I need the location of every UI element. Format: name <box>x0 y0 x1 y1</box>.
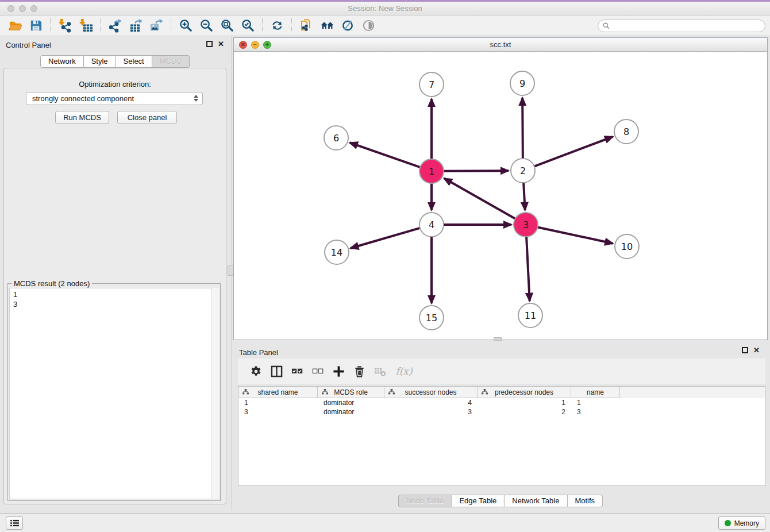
column-header-shared-name[interactable]: shared name <box>238 387 318 398</box>
edge-3-10[interactable] <box>538 227 613 243</box>
edge-3-11[interactable] <box>526 237 530 301</box>
table-cell[interactable]: 3 <box>238 407 318 417</box>
deselect-all-button[interactable] <box>309 363 326 379</box>
apply-layout-button[interactable] <box>267 17 287 34</box>
delete-table-button <box>371 363 388 379</box>
toolbar-separator <box>100 18 101 33</box>
control-panel-header: Control Panel ✕ <box>0 36 230 53</box>
table-cell[interactable]: 3 <box>384 407 478 417</box>
close-panel-button[interactable]: Close panel <box>117 111 177 124</box>
mcds-result-legend: MCDS result (2 nodes) <box>11 279 92 288</box>
edge-2-8[interactable] <box>534 137 613 167</box>
export-image-button[interactable] <box>146 17 167 34</box>
table-cell[interactable]: 3 <box>571 407 620 417</box>
add-row-icon <box>333 365 345 377</box>
delete-table-icon <box>374 365 386 377</box>
tab-network[interactable]: Network <box>40 55 84 68</box>
show-panels-button[interactable] <box>6 516 23 530</box>
zoom-out-button[interactable] <box>196 17 217 34</box>
edge-4-14[interactable] <box>351 228 420 248</box>
edge-3-1[interactable] <box>444 178 515 218</box>
node-15[interactable]: 15 <box>419 306 444 330</box>
search-field[interactable] <box>598 20 765 32</box>
zoom-fit-button[interactable] <box>217 17 237 34</box>
node-14[interactable]: 14 <box>325 240 349 264</box>
edge-1-6[interactable] <box>350 142 421 167</box>
criterion-select[interactable]: strongly connected component <box>26 92 203 105</box>
table-tab-network-table[interactable]: Network Table <box>505 495 567 507</box>
edge-2-9[interactable] <box>522 98 523 159</box>
tab-mcds[interactable]: MCDS <box>152 55 190 68</box>
node-1[interactable]: 1 <box>419 159 444 183</box>
node-6[interactable]: 6 <box>324 126 348 150</box>
float-panel-icon[interactable] <box>206 41 213 47</box>
delete-row-button[interactable] <box>351 363 368 379</box>
node-9[interactable]: 9 <box>510 71 534 95</box>
node-label: 10 <box>621 241 633 252</box>
table-tab-node-table[interactable]: Node Table <box>398 495 452 507</box>
close-panel-icon[interactable]: ✕ <box>218 41 224 47</box>
export-table-button[interactable] <box>125 17 146 34</box>
save-session-button[interactable] <box>25 17 46 34</box>
node-3[interactable]: 3 <box>514 213 538 237</box>
window-titlebar[interactable]: Session: New Session <box>0 2 770 16</box>
edge-2-3[interactable] <box>523 183 525 210</box>
zoom-out-icon <box>199 18 214 33</box>
network-canvas[interactable]: 7968124314101511 <box>234 52 767 340</box>
column-header-name[interactable]: name <box>571 387 620 398</box>
node-2[interactable]: 2 <box>511 159 535 183</box>
control-panel-tabs: NetworkStyleSelectMCDS <box>40 55 190 68</box>
zoom-selected-icon <box>241 18 255 33</box>
network-graph[interactable]: 7968124314101511 <box>234 52 767 340</box>
tab-select[interactable]: Select <box>116 55 152 68</box>
table-cell[interactable]: 4 <box>384 398 478 407</box>
node-8[interactable]: 8 <box>614 119 638 144</box>
export-network-button[interactable] <box>105 17 125 34</box>
table-tab-motifs[interactable]: Motifs <box>567 495 603 507</box>
columns-button[interactable] <box>268 363 285 379</box>
float-table-panel-icon[interactable] <box>742 347 748 353</box>
close-table-panel-icon[interactable]: ✕ <box>753 347 760 353</box>
add-row-button[interactable] <box>330 363 347 379</box>
result-scrollbar[interactable] <box>211 288 219 499</box>
run-mcds-button[interactable]: Run MCDS <box>55 111 109 124</box>
style-button[interactable] <box>337 17 358 34</box>
edge-1-2[interactable] <box>444 171 509 171</box>
table-tab-edge-table[interactable]: Edge Table <box>452 495 505 507</box>
network-from-selection-button[interactable] <box>296 17 317 34</box>
column-header-successor-nodes[interactable]: successor nodes <box>384 387 478 398</box>
node-4[interactable]: 4 <box>419 213 444 237</box>
tab-style[interactable]: Style <box>84 55 116 68</box>
style-icon <box>341 18 355 33</box>
import-network-button[interactable] <box>55 17 75 34</box>
table-row[interactable]: 3dominator323 <box>238 407 765 417</box>
network-window-titlebar[interactable]: ✕ − + scc.txt <box>234 38 767 52</box>
function-builder-icon: f(x) <box>395 365 412 377</box>
node-7[interactable]: 7 <box>419 72 444 97</box>
table-cell[interactable]: dominator <box>318 398 384 407</box>
column-header-MCDS-role[interactable]: MCDS role <box>318 387 384 398</box>
table-cell[interactable]: 1 <box>478 398 571 407</box>
table-cell[interactable]: 1 <box>238 398 318 407</box>
table-cell[interactable]: 2 <box>478 407 571 417</box>
canvas-splitter-grip[interactable] <box>494 337 502 341</box>
memory-button[interactable]: Memory <box>718 516 765 530</box>
table-cell[interactable]: 1 <box>571 398 620 407</box>
home-button[interactable] <box>317 17 337 34</box>
select-all-button[interactable] <box>288 363 306 379</box>
node-10[interactable]: 10 <box>615 234 639 259</box>
open-file-button[interactable] <box>5 17 25 34</box>
mcds-result-list[interactable]: 1 3 <box>9 288 219 499</box>
settings-button[interactable] <box>247 363 264 379</box>
zoom-selected-button[interactable] <box>237 17 258 34</box>
toolbar-separator <box>171 18 171 33</box>
import-table-button[interactable] <box>75 17 96 34</box>
search-input[interactable] <box>613 22 760 30</box>
column-type-icon <box>242 389 249 395</box>
node-11[interactable]: 11 <box>518 303 542 327</box>
zoom-in-button[interactable] <box>175 17 196 34</box>
table-row[interactable]: 1dominator411 <box>238 398 765 407</box>
toolbar-separator <box>50 18 51 33</box>
table-cell[interactable]: dominator <box>318 407 384 417</box>
column-header-predecessor-nodes[interactable]: predecessor nodes <box>478 387 571 398</box>
